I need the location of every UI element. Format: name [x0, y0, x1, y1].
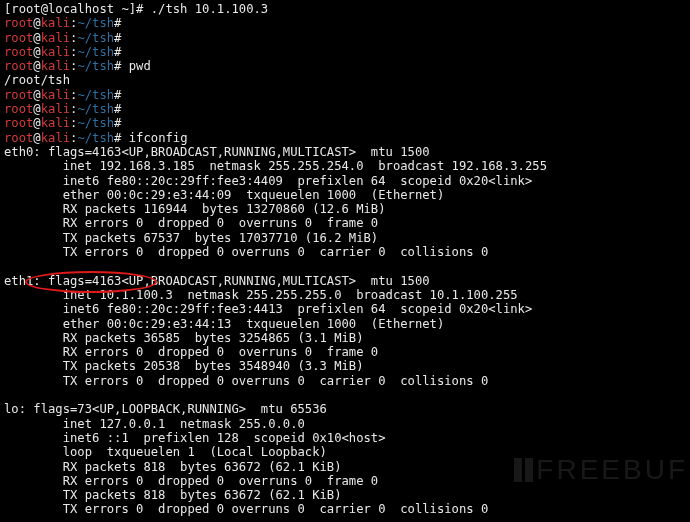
- output-line: [4, 259, 690, 273]
- output-line: TX errors 0 dropped 0 overruns 0 carrier…: [4, 374, 690, 388]
- cmd-ifconfig: ifconfig: [129, 131, 188, 145]
- output-line: TX errors 0 dropped 0 overruns 0 carrier…: [4, 502, 690, 516]
- terminal-line[interactable]: root@kali:~/tsh# pwd: [4, 59, 690, 73]
- local-prompt: [root@localhost ~]#: [4, 2, 143, 16]
- output-line: lo: flags=73<UP,LOOPBACK,RUNNING> mtu 65…: [4, 402, 690, 416]
- terminal-line[interactable]: root@kali:~/tsh#: [4, 31, 690, 45]
- prompt-user: root: [4, 16, 33, 30]
- output-line: inet 10.1.100.3 netmask 255.255.255.0 br…: [4, 288, 690, 302]
- prompt-path: ~/tsh: [77, 16, 114, 30]
- output-line: eth0: flags=4163<UP,BROADCAST,RUNNING,MU…: [4, 145, 690, 159]
- watermark: FREEBUF: [514, 458, 688, 482]
- output-line: RX errors 0 dropped 0 overruns 0 frame 0: [4, 216, 690, 230]
- output-line: /root/tsh: [4, 73, 690, 87]
- output-line: ether 00:0c:29:e3:44:09 txqueuelen 1000 …: [4, 188, 690, 202]
- output-line: inet6 fe80::20c:29ff:fee3:4413 prefixlen…: [4, 302, 690, 316]
- output-line: RX packets 116944 bytes 13270860 (12.6 M…: [4, 202, 690, 216]
- output-line: inet 192.168.3.185 netmask 255.255.254.0…: [4, 159, 690, 173]
- output-line: eth1: flags=4163<UP,BROADCAST,RUNNING,MU…: [4, 274, 690, 288]
- cmd-pwd: pwd: [129, 59, 151, 73]
- output-line: TX packets 818 bytes 63672 (62.1 KiB): [4, 488, 690, 502]
- terminal-line[interactable]: [root@localhost ~]# ./tsh 10.1.100.3: [4, 2, 690, 16]
- terminal-line[interactable]: root@kali:~/tsh#: [4, 102, 690, 116]
- output-line: ether 00:0c:29:e3:44:13 txqueuelen 1000 …: [4, 317, 690, 331]
- output-line: [4, 388, 690, 402]
- terminal-line[interactable]: root@kali:~/tsh#: [4, 116, 690, 130]
- cmd-tsh: ./tsh 10.1.100.3: [143, 2, 268, 16]
- output-line: RX packets 36585 bytes 3254865 (3.1 MiB): [4, 331, 690, 345]
- output-line: TX packets 67537 bytes 17037710 (16.2 Mi…: [4, 231, 690, 245]
- output-line: TX errors 0 dropped 0 overruns 0 carrier…: [4, 245, 690, 259]
- output-line: RX errors 0 dropped 0 overruns 0 frame 0: [4, 345, 690, 359]
- output-line: inet 127.0.0.1 netmask 255.0.0.0: [4, 417, 690, 431]
- terminal-line[interactable]: root@kali:~/tsh#: [4, 88, 690, 102]
- terminal-line[interactable]: root@kali:~/tsh# ifconfig: [4, 131, 690, 145]
- prompt-host: kali: [41, 16, 70, 30]
- output-line: inet6 fe80::20c:29ff:fee3:4409 prefixlen…: [4, 174, 690, 188]
- terminal-line[interactable]: root@kali:~/tsh#: [4, 16, 690, 30]
- output-line: TX packets 20538 bytes 3548940 (3.3 MiB): [4, 359, 690, 373]
- output-line: [4, 517, 690, 522]
- output-line: inet6 ::1 prefixlen 128 scopeid 0x10<hos…: [4, 431, 690, 445]
- terminal-line[interactable]: root@kali:~/tsh#: [4, 45, 690, 59]
